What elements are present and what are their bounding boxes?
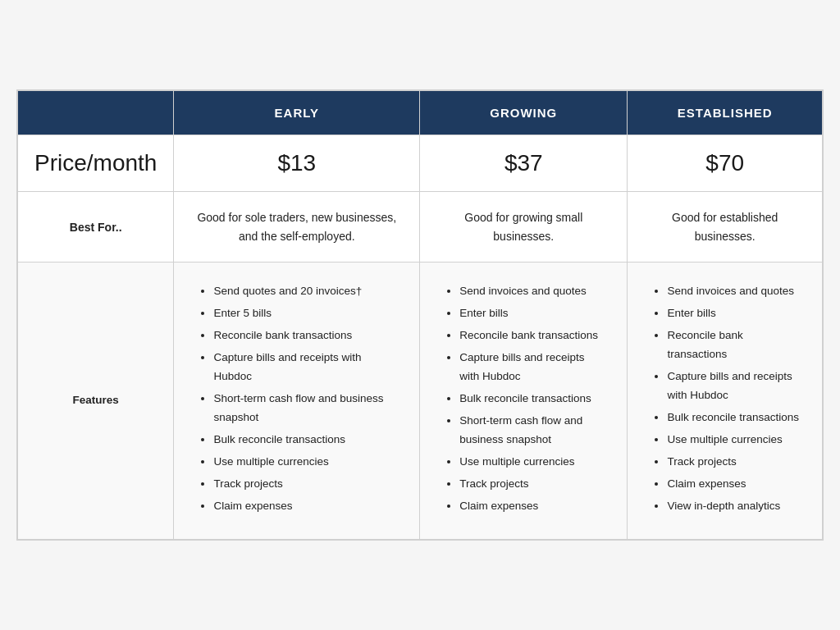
list-item: Capture bills and receipts with Hubdoc (667, 368, 799, 405)
price-row: Price/month $13 $37 $70 (18, 135, 823, 192)
price-established: $70 (628, 135, 823, 192)
list-item: Enter bills (667, 304, 799, 323)
features-established-list: Send invoices and quotesEnter billsRecon… (651, 282, 799, 515)
features-label: Features (18, 262, 174, 539)
features-early-list: Send quotes and 20 invoices†Enter 5 bill… (197, 282, 396, 515)
list-item: Use multiple currencies (459, 453, 604, 472)
bestfor-label: Best For.. (18, 192, 174, 262)
pricing-table: EARLY GROWING ESTABLISHED Price/month $1… (17, 90, 823, 539)
features-early-cell: Send quotes and 20 invoices†Enter 5 bill… (174, 262, 420, 539)
list-item: Bulk reconcile transactions (667, 409, 799, 427)
list-item: Claim expenses (213, 497, 396, 516)
header-growing: GROWING (420, 91, 628, 135)
list-item: Bulk reconcile transactions (213, 431, 396, 450)
list-item: Send invoices and quotes (459, 282, 604, 301)
list-item: Reconcile bank transactions (667, 326, 799, 364)
list-item: Use multiple currencies (213, 453, 396, 472)
header-early: EARLY (174, 91, 420, 135)
bestfor-row: Best For.. Good for sole traders, new bu… (18, 192, 823, 262)
list-item: Enter bills (459, 304, 604, 323)
header-row: EARLY GROWING ESTABLISHED (18, 91, 823, 135)
list-item: Send quotes and 20 invoices† (213, 282, 396, 301)
features-established-cell: Send invoices and quotesEnter billsRecon… (628, 262, 823, 539)
list-item: Capture bills and receipts with Hubdoc (459, 349, 604, 386)
pricing-table-wrapper: EARLY GROWING ESTABLISHED Price/month $1… (16, 89, 824, 540)
list-item: Claim expenses (459, 497, 604, 516)
list-item: Reconcile bank transactions (213, 326, 396, 345)
header-established: ESTABLISHED (628, 91, 823, 135)
bestfor-growing: Good for growing small businesses. (420, 192, 628, 262)
list-item: View in-depth analytics (667, 497, 799, 516)
list-item: Enter 5 bills (213, 304, 396, 323)
list-item: Use multiple currencies (667, 431, 799, 450)
bestfor-established: Good for established businesses. (628, 192, 823, 262)
features-growing-list: Send invoices and quotesEnter billsRecon… (443, 282, 604, 515)
list-item: Track projects (459, 475, 604, 494)
list-item: Short-term cash flow and business snapsh… (213, 390, 396, 427)
list-item: Reconcile bank transactions (459, 326, 604, 345)
list-item: Send invoices and quotes (667, 282, 799, 301)
list-item: Track projects (667, 453, 799, 472)
list-item: Short-term cash flow and business snapsh… (459, 412, 604, 450)
list-item: Bulk reconcile transactions (459, 390, 604, 409)
list-item: Track projects (213, 475, 396, 494)
list-item: Claim expenses (667, 475, 799, 494)
features-row: Features Send quotes and 20 invoices†Ent… (18, 262, 823, 539)
header-label-col (18, 91, 174, 135)
price-early: $13 (174, 135, 420, 192)
price-label: Price/month (18, 135, 174, 192)
price-growing: $37 (420, 135, 628, 192)
list-item: Capture bills and receipts with Hubdoc (213, 349, 396, 386)
bestfor-early: Good for sole traders, new businesses, a… (174, 192, 420, 262)
features-growing-cell: Send invoices and quotesEnter billsRecon… (420, 262, 628, 539)
